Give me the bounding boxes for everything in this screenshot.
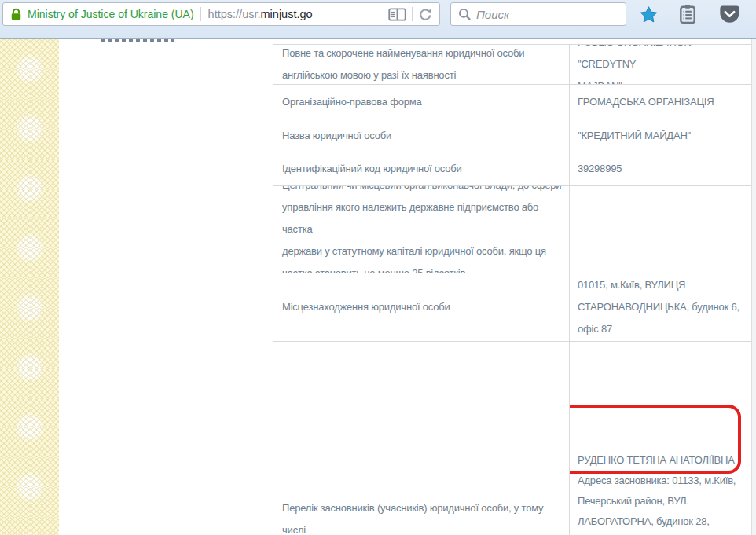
registry-table: Повне та скорочене найменування юридично… bbox=[273, 44, 752, 535]
url-scheme: https://usr. bbox=[208, 8, 261, 20]
bookmarks-list-icon[interactable] bbox=[677, 4, 698, 24]
bookmark-star-icon[interactable] bbox=[640, 5, 658, 24]
urlbar-separator-2 bbox=[412, 7, 413, 21]
row-label: Ідентифікаційний код юридичної особи bbox=[273, 152, 570, 185]
table-row: Центральний чи місцевий орган виконавчої… bbox=[273, 186, 751, 273]
table-row: Організаційно-правова форма ГРОМАДСЬКА О… bbox=[273, 85, 751, 119]
url-text[interactable]: https://usr.minjust.go bbox=[208, 8, 388, 20]
urlbar-separator bbox=[200, 7, 201, 21]
url-domain: minjust.go bbox=[261, 8, 313, 20]
row-label: Назва юридичної особи bbox=[273, 119, 570, 152]
table-row: Назва юридичної особи "КРЕДИТНИЙ МАЙДАН" bbox=[273, 119, 751, 152]
row-label: Повне та скорочене найменування юридично… bbox=[273, 45, 570, 84]
page-content: Повне та скорочене найменування юридично… bbox=[0, 39, 756, 535]
search-input[interactable] bbox=[476, 5, 626, 24]
guilloche-watermark-strip bbox=[0, 39, 59, 535]
pocket-icon[interactable] bbox=[719, 5, 740, 24]
site-identity-button[interactable]: Ministry of Justice of Ukraine (UA) bbox=[3, 8, 200, 21]
search-icon bbox=[451, 8, 476, 21]
search-bar[interactable] bbox=[450, 2, 626, 26]
row-label: Організаційно-правова форма bbox=[273, 85, 570, 119]
founders-row-label: Перелік засновників (учасників) юридично… bbox=[273, 342, 570, 535]
table-row: Повне та скорочене найменування юридично… bbox=[273, 45, 751, 85]
founder-entry: РУДЕНКО ТЕТЯНА АНАТОЛІЇВНА Адреса заснов… bbox=[578, 387, 745, 535]
reload-icon[interactable] bbox=[418, 7, 433, 22]
founders-row: Перелік засновників (учасників) юридично… bbox=[273, 342, 751, 535]
table-row: Місцезнаходження юридичної особи 01015, … bbox=[273, 273, 751, 342]
table-row: Ідентифікаційний код юридичної особи 392… bbox=[273, 152, 751, 186]
lock-icon bbox=[9, 8, 23, 21]
site-identity-label: Ministry of Justice of Ukraine (UA) bbox=[28, 8, 194, 20]
reader-mode-icon[interactable] bbox=[388, 8, 406, 21]
founder-address: Адреса засновника: 01133, м.Київ, Печерс… bbox=[578, 471, 745, 535]
row-value: 39298995 bbox=[570, 152, 751, 185]
clipped-text-fragment bbox=[101, 39, 174, 42]
founder-name: РУДЕНКО ТЕТЯНА АНАТОЛІЇВНА bbox=[578, 409, 735, 471]
row-value: "КРЕДИТНИЙ МАЙДАН" bbox=[570, 119, 751, 152]
toolbar-separator bbox=[670, 7, 670, 21]
row-value: 01015, м.Київ, ВУЛИЦЯ СТАРОНАВОДНИЦЬКА, … bbox=[570, 273, 751, 341]
row-label: Місцезнаходження юридичної особи bbox=[273, 273, 570, 341]
founders-list: РУДЕНКО ТЕТЯНА АНАТОЛІЇВНА Адреса заснов… bbox=[570, 342, 751, 535]
vertical-scrollbar[interactable] bbox=[751, 39, 756, 535]
url-bar[interactable]: Ministry of Justice of Ukraine (UA) http… bbox=[2, 2, 440, 26]
browser-toolbar: Ministry of Justice of Ukraine (UA) http… bbox=[0, 0, 756, 39]
row-label: Центральний чи місцевий орган виконавчої… bbox=[273, 186, 570, 273]
row-value: PUBLIC ORGANIZATION "CREDYTNY MAJDAN" bbox=[570, 45, 751, 84]
row-value bbox=[570, 186, 751, 273]
row-value: ГРОМАДСЬКА ОРГАНІЗАЦІЯ bbox=[570, 85, 751, 119]
